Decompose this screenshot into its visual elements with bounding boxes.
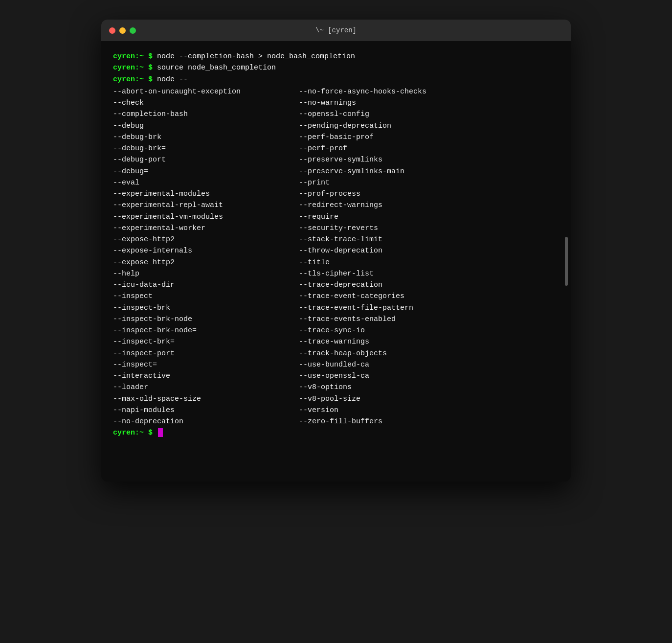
terminal-body[interactable]: cyren:~ $ node --completion-bash > node_…	[101, 41, 571, 482]
command-line-3: cyren:~ $ node --	[113, 74, 559, 85]
cmd-3: node --	[153, 75, 188, 84]
prompt-1: cyren:~ $	[113, 52, 153, 61]
flag-item: --openssl-config	[299, 109, 559, 120]
flag-item: --interactive	[113, 370, 299, 382]
flag-item: --eval	[113, 177, 299, 188]
flag-item: --experimental-modules	[113, 188, 299, 200]
flag-item: --loader	[113, 382, 299, 393]
flag-item: --no-warnings	[299, 97, 559, 109]
flag-item: --inspect=	[113, 359, 299, 370]
flag-item: --trace-event-file-pattern	[299, 302, 559, 314]
flag-item: --check	[113, 97, 299, 109]
close-button[interactable]	[109, 27, 115, 34]
flag-item: --track-heap-objects	[299, 348, 559, 359]
flag-item: --max-old-space-size	[113, 393, 299, 405]
flag-item: --perf-prof	[299, 143, 559, 154]
flag-item: --abort-on-uncaught-exception	[113, 86, 299, 97]
cmd-2: source node_bash_completion	[153, 64, 276, 72]
minimize-button[interactable]	[119, 27, 126, 34]
flag-item: --use-openssl-ca	[299, 370, 559, 382]
flag-item: --print	[299, 177, 559, 188]
flag-item: --inspect-brk	[113, 302, 299, 314]
command-line-2: cyren:~ $ source node_bash_completion	[113, 62, 559, 73]
flag-item: --debug	[113, 120, 299, 132]
flag-item: --completion-bash	[113, 109, 299, 120]
flag-item: --redirect-warnings	[299, 200, 559, 211]
flag-item: --version	[299, 405, 559, 416]
flag-item: --trace-deprecation	[299, 279, 559, 291]
flag-item: --perf-basic-prof	[299, 132, 559, 143]
command-line-1: cyren:~ $ node --completion-bash > node_…	[113, 51, 559, 62]
flag-item: --inspect-port	[113, 348, 299, 359]
flag-item: --stack-trace-limit	[299, 234, 559, 245]
flag-item: --v8-pool-size	[299, 393, 559, 405]
flag-item: --expose-http2	[113, 234, 299, 245]
flag-item: --trace-sync-io	[299, 325, 559, 336]
maximize-button[interactable]	[130, 27, 136, 34]
flag-item: --require	[299, 211, 559, 223]
scrollbar[interactable]	[565, 237, 568, 286]
flag-item: --no-force-async-hooks-checks	[299, 86, 559, 97]
flag-item: --tls-cipher-list	[299, 268, 559, 279]
terminal-window: \~ [cyren] cyren:~ $ node --completion-b…	[101, 20, 571, 482]
flag-item: --debug-brk=	[113, 143, 299, 154]
flag-list: --abort-on-uncaught-exception--check--co…	[113, 86, 559, 428]
flag-item: --use-bundled-ca	[299, 359, 559, 370]
flag-item: --expose_http2	[113, 257, 299, 268]
flag-item: --inspect-brk=	[113, 336, 299, 347]
prompt-3: cyren:~ $	[113, 75, 153, 84]
cmd-1: node --completion-bash > node_bash_compl…	[153, 52, 355, 61]
flag-item: --preserve-symlinks-main	[299, 166, 559, 177]
flag-item: --trace-event-categories	[299, 291, 559, 302]
flag-item: --security-reverts	[299, 223, 559, 234]
flag-item: --trace-events-enabled	[299, 314, 559, 325]
flag-item: --trace-warnings	[299, 336, 559, 347]
final-space	[153, 429, 157, 437]
flag-item: --debug-port	[113, 154, 299, 165]
cursor	[158, 428, 163, 437]
flag-item: --expose-internals	[113, 245, 299, 256]
flag-item: --v8-options	[299, 382, 559, 393]
traffic-lights	[109, 27, 136, 34]
flag-item: --inspect-brk-node	[113, 314, 299, 325]
flag-item: --preserve-symlinks	[299, 154, 559, 165]
flag-item: --napi-modules	[113, 405, 299, 416]
window-title: \~ [cyren]	[315, 26, 357, 34]
flag-item: --debug-brk	[113, 132, 299, 143]
flag-item: --help	[113, 268, 299, 279]
flag-item: --title	[299, 257, 559, 268]
prompt-2: cyren:~ $	[113, 64, 153, 72]
flag-item: --inspect	[113, 291, 299, 302]
flags-column-2: --no-force-async-hooks-checks--no-warnin…	[299, 86, 559, 428]
flag-item: --experimental-worker	[113, 223, 299, 234]
flag-item: --throw-deprecation	[299, 245, 559, 256]
final-prompt-line: cyren:~ $	[113, 427, 559, 438]
flags-column-1: --abort-on-uncaught-exception--check--co…	[113, 86, 299, 428]
flag-item: --prof-process	[299, 188, 559, 200]
flag-item: --debug=	[113, 166, 299, 177]
final-prompt: cyren:~ $	[113, 429, 153, 437]
flag-item: --experimental-repl-await	[113, 200, 299, 211]
flag-item: --pending-deprecation	[299, 120, 559, 132]
flag-item: --inspect-brk-node=	[113, 325, 299, 336]
titlebar: \~ [cyren]	[101, 20, 571, 41]
flag-item: --no-deprecation	[113, 416, 299, 427]
flag-item: --icu-data-dir	[113, 279, 299, 291]
flag-item: --experimental-vm-modules	[113, 211, 299, 223]
flag-item: --zero-fill-buffers	[299, 416, 559, 427]
